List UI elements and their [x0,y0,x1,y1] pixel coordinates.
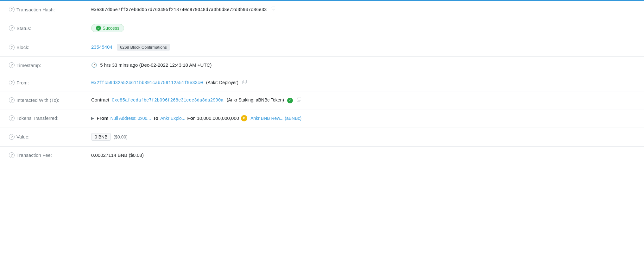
tx-fee-value-cell: 0.00027114 BNB ($0.08) [82,146,644,164]
clock-icon: 🕐 [91,62,97,68]
tokens-value-cell: ▶ From Null Address: 0x00... To Ankr Exp… [82,109,644,127]
to-name: (Ankr Staking: aBNBc Token) [227,97,284,102]
from-row: ? From: 0x2ffc59d32a524611bb891cab759112… [0,74,644,91]
bnb-token-icon: B [241,115,247,121]
value-label: Value: [16,134,29,139]
from-address-link[interactable]: 0x2ffc59d32a524611bb891cab759112a51f9e33… [91,80,203,85]
tokens-help-icon[interactable]: ? [9,115,15,121]
block-label: Block: [16,45,29,50]
tokens-amount: 10,000,000,000,000 [197,115,239,121]
to-row: ? Interacted With (To): Contract 0xe85af… [0,91,644,109]
tx-hash-label: Transaction Hash: [16,7,55,12]
tx-fee-label-cell: ? Transaction Fee: [0,146,82,164]
tx-hash-value-cell: 0xe367d05e7ff37eb6d0b7d763495f218740c979… [82,1,644,18]
tokens-transfer-row: ▶ From Null Address: 0x00... To Ankr Exp… [91,115,635,121]
tokens-label-cell: ? Tokens Transferred: [0,109,82,127]
token-name-link[interactable]: Ankr BNB Rew... (aBNBc) [250,116,301,121]
status-label-cell: ? Status: [0,18,82,38]
tokens-to-address[interactable]: Ankr Explo... [160,116,185,121]
for-keyword: For [187,115,195,121]
contract-prefix: Contract [91,97,109,102]
tx-fee-row: ? Transaction Fee: 0.00027114 BNB ($0.08… [0,146,644,164]
timestamp-value: 5 hrs 33 mins ago (Dec-02-2022 12:43:18 … [100,62,212,68]
status-row: ? Status: ✓ Success [0,18,644,38]
tx-hash-copy-icon[interactable] [271,7,275,11]
timestamp-label: Timestamp: [16,63,41,68]
block-help-icon[interactable]: ? [9,45,15,50]
tx-fee-label: Transaction Fee: [16,152,52,158]
from-keyword: From [97,115,109,121]
timestamp-value-cell: 🕐 5 hrs 33 mins ago (Dec-02-2022 12:43:1… [82,57,644,74]
from-value-cell: 0x2ffc59d32a524611bb891cab759112a51f9e33… [82,74,644,91]
to-address-link[interactable]: 0xe85afccdafbe7f2b096f268e31cce3da8da299… [112,98,224,103]
to-keyword: To [153,115,158,121]
value-help-icon[interactable]: ? [9,134,15,140]
tokens-label: Tokens Transferred: [16,115,59,121]
value-usd: ($0.00) [114,134,128,139]
to-value-cell: Contract 0xe85afccdafbe7f2b096f268e31cce… [82,91,644,109]
value-amount-badge: 0 BNB [91,133,111,141]
timestamp-label-cell: ? Timestamp: [0,57,82,74]
timestamp-help-icon[interactable]: ? [9,62,15,68]
tx-hash-label-cell: ? Transaction Hash: [0,1,82,18]
to-label: Interacted With (To): [16,97,59,103]
status-badge: ✓ Success [91,24,124,32]
value-value-cell: 0 BNB ($0.00) [82,127,644,146]
to-label-cell: ? Interacted With (To): [0,91,82,109]
from-name: (Ankr: Deployer) [206,80,238,85]
verified-icon: ✓ [287,98,293,103]
from-copy-icon[interactable] [242,80,247,84]
tx-fee-value: 0.00027114 BNB ($0.08) [91,152,144,158]
tokens-row: ? Tokens Transferred: ▶ From Null Addres… [0,109,644,127]
timestamp-row: ? Timestamp: 🕐 5 hrs 33 mins ago (Dec-02… [0,57,644,74]
status-check-icon: ✓ [96,26,101,31]
confirmations-badge: 6268 Block Confirmations [117,44,170,51]
from-label-cell: ? From: [0,74,82,91]
block-number-link[interactable]: 23545404 [91,44,112,50]
status-help-icon[interactable]: ? [9,25,15,31]
status-label: Status: [16,26,31,31]
to-copy-icon[interactable] [297,97,301,101]
block-row: ? Block: 23545404 6268 Block Confirmatio… [0,38,644,57]
from-label: From: [16,80,29,85]
status-text: Success [103,26,119,31]
status-value-cell: ✓ Success [82,18,644,38]
from-help-icon[interactable]: ? [9,80,15,85]
value-label-cell: ? Value: [0,127,82,146]
tx-detail-table: ? Transaction Hash: 0xe367d05e7ff37eb6d0… [0,1,644,164]
expand-triangle-icon[interactable]: ▶ [91,116,94,120]
tx-hash-help-icon[interactable]: ? [9,7,15,12]
tx-hash-value: 0xe367d05e7ff37eb6d0b7d763495f218740c979… [91,7,267,12]
block-value-cell: 23545404 6268 Block Confirmations [82,38,644,57]
block-label-cell: ? Block: [0,38,82,57]
tx-hash-row: ? Transaction Hash: 0xe367d05e7ff37eb6d0… [0,1,644,18]
to-help-icon[interactable]: ? [9,97,15,103]
tx-fee-help-icon[interactable]: ? [9,152,15,158]
value-row: ? Value: 0 BNB ($0.00) [0,127,644,146]
transaction-detail-container: ? Transaction Hash: 0xe367d05e7ff37eb6d0… [0,0,644,164]
tokens-from-address[interactable]: Null Address: 0x00... [110,116,151,121]
